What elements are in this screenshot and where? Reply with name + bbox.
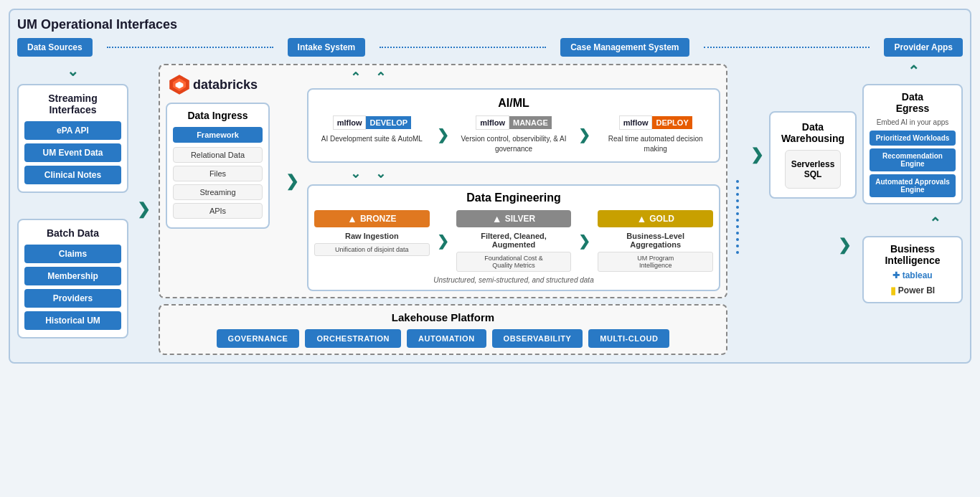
claims-btn[interactable]: Claims [24,245,121,263]
gold-main-text: Business-LevelAggregations [598,232,713,249]
ingress-apis: APIs [173,203,263,219]
silver-tier: ▲ SILVER Filtered, Cleaned,Augmented Fou… [456,210,572,272]
data-egress-buttons: Prioritized Workloads Recommendation Eng… [870,131,956,197]
aiml-develop-text: AI Development suite & AutoML [316,134,428,144]
dot-4 [736,199,739,202]
databricks-area: databricks Data Ingress Framework Relati… [159,64,727,298]
dot-10 [736,238,739,241]
silver-main-text: Filtered, Cleaned,Augmented [456,232,572,249]
batch-items: Claims Membership Providers Historical U… [24,245,121,330]
aiml-arrow-2: ❯ [575,126,593,143]
multicloud-btn[interactable]: MULTI-CLOUD [588,329,669,348]
bronze-tier: ▲ BRONZE Raw Ingestion Unification of di… [314,210,430,256]
data-warehousing-box: DataWarehousing ServerlessSQL [769,111,857,199]
intake-btn[interactable]: Intake System [288,38,366,57]
bronze-main-text: Raw Ingestion [314,232,430,240]
page-title: UM Operational Interfaces [17,17,963,32]
dot-5 [736,206,739,209]
dot-3 [736,193,739,196]
mlflow-label-2: mlflow [476,115,509,130]
chevron-right-1: ❯ [134,200,153,219]
mlflow-develop-badge: mlflow DEVELOP [316,115,428,130]
chevron-right-dw: ❯ [748,146,766,164]
data-egress-box: DataEgress Embed AI in your apps Priorit… [862,84,963,204]
dot-9 [736,232,739,235]
eng-bottom-text: Unstructured, semi-structured, and struc… [314,276,713,284]
chevron-up-aiml-1: ⌃ [350,71,361,84]
serverless-sql: ServerlessSQL [785,150,842,189]
casemanagement-btn[interactable]: Case Management System [560,38,689,57]
silver-label: SILVER [505,214,535,224]
clinical-notes-btn[interactable]: Clinical Notes [24,166,121,184]
dotted-connector-3 [704,47,870,48]
mlflow-label-1: mlflow [333,115,367,130]
recommendation-engine-btn[interactable]: Recommendation Engine [870,148,956,171]
chevron-down-bi: ⌃ [929,216,941,230]
develop-label: DEVELOP [366,116,411,129]
gold-tier: ▲ GOLD Business-LevelAggregations UM Pro… [598,210,713,272]
bronze-delta-icon: ▲ [347,213,357,224]
providerapps-btn[interactable]: Provider Apps [884,38,963,57]
historical-um-btn[interactable]: Historical UM [24,311,121,330]
providers-btn[interactable]: Providers [24,289,121,308]
bronze-badge: ▲ BRONZE [314,210,430,227]
automated-approvals-btn[interactable]: Automated Approvals Engine [870,174,956,197]
dot-6 [736,212,739,215]
lakehouse-title: Lakehouse Platform [166,311,720,323]
observability-btn[interactable]: OBSERVABILITY [492,329,583,348]
gold-label: GOLD [649,214,674,224]
dot-12 [736,251,739,254]
data-eng-title: Data Engineering [314,191,713,204]
dot-7 [736,219,739,222]
ingress-streaming: Streaming [173,184,263,200]
deploy-label: DEPLOY [652,116,692,129]
chevron-up-aiml-2: ⌃ [375,71,386,84]
chevron-right-bi: ❯ [835,236,854,255]
framework-btn[interactable]: Framework [173,127,263,143]
membership-btn[interactable]: Membership [24,267,121,285]
bi-tools: ✚ tableau ▮ Power BI [870,270,956,296]
governance-btn[interactable]: GOVERNANCE [217,329,300,348]
streaming-title: StreamingInterfaces [24,93,121,115]
ingress-relational: Relational Data [173,147,263,163]
automation-btn[interactable]: AUTOMATION [407,329,486,348]
dot-1 [736,180,739,183]
orchestration-btn[interactable]: ORCHESTRATION [305,329,401,348]
data-ingress-title: Data Ingress [173,110,263,121]
datasources-btn[interactable]: Data Sources [17,38,93,57]
batch-data-box: Batch Data Claims Membership Providers H… [17,219,128,339]
bronze-sub-box: Unification of disjoint data [314,243,430,256]
databricks-icon [169,74,190,95]
silver-delta-icon: ▲ [492,213,502,224]
aiml-manage: mlflow MANAGE Version control, observibi… [458,115,570,154]
ingress-files: Files [173,166,263,181]
databricks-logo: databricks [166,71,277,98]
chevron-right-ingress: ❯ [283,172,301,191]
data-egress-sub: Embed AI in your apps [870,118,956,126]
chevron-up-right: ⌃ [908,64,920,78]
chevron-down-eng-2: ⌄ [375,167,386,180]
aiml-cards: mlflow DEVELOP AI Development suite & Au… [316,115,712,154]
aiml-box: AI/ML mlflow DEVELOP AI Development suit… [307,88,720,163]
tableau-logo: ✚ tableau [892,270,932,280]
batch-title: Batch Data [24,227,121,239]
aiml-arrow-1: ❯ [434,126,452,143]
aiml-deploy: mlflow DEPLOY Real time automated decisi… [599,115,712,154]
main-container: UM Operational Interfaces Data Sources I… [9,9,971,364]
data-engineering-box: Data Engineering ▲ BRONZE Raw Ingestion … [307,184,720,291]
aiml-develop: mlflow DEVELOP AI Development suite & Au… [316,115,428,154]
epa-api-btn[interactable]: ePA API [24,121,121,140]
dotted-connector-2 [380,47,546,48]
prioritized-workloads-btn[interactable]: Prioritized Workloads [870,131,956,146]
dot-11 [736,245,739,247]
data-warehousing-title: DataWarehousing [781,121,844,144]
lakehouse-box: Lakehouse Platform GOVERNANCE ORCHESTRAT… [159,304,727,355]
dot-2 [736,186,739,189]
aiml-title: AI/ML [316,97,712,110]
um-event-data-btn[interactable]: UM Event Data [24,143,121,162]
left-column: ⌄ StreamingInterfaces ePA API UM Event D… [17,64,128,339]
aiml-manage-text: Version control, observibility, & AI gov… [458,134,570,154]
aiml-deploy-text: Real time automated decision making [599,134,712,154]
manage-label: MANAGE [509,116,552,129]
tier-arrow-1: ❯ [434,232,452,250]
